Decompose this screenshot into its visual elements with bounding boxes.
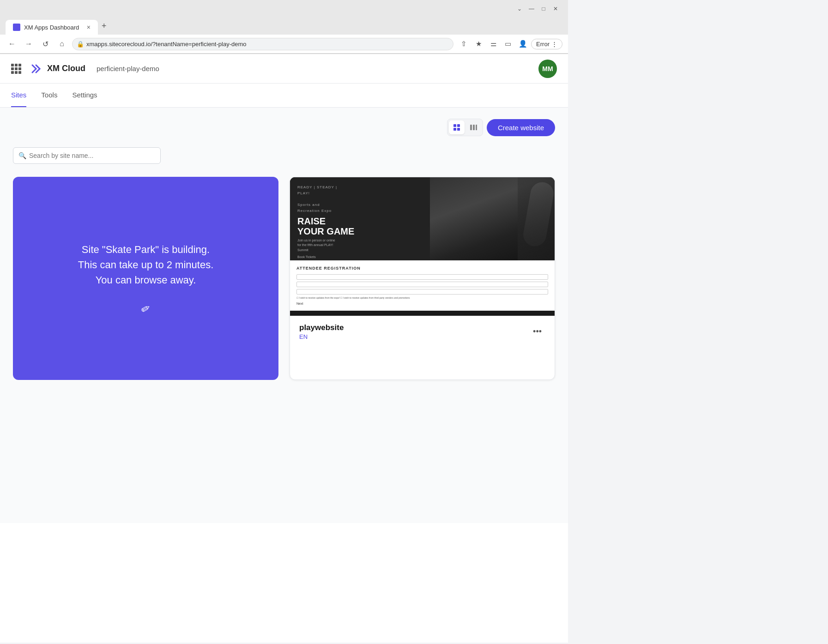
tab-title: XM Apps Dashboard [24, 24, 79, 31]
svg-rect-7 [476, 125, 477, 130]
view-toggle [447, 119, 483, 136]
svg-rect-5 [470, 125, 472, 130]
play-firstname-field [296, 274, 548, 280]
brand-name-label: XM Cloud [47, 64, 85, 73]
tab-close-button[interactable]: × [87, 24, 91, 31]
play-checkbox-row: ☐ I wish to receive updates from the exp… [296, 296, 548, 299]
app-topnav: XM Cloud perficient-play-demo MM [0, 54, 568, 84]
language-en: EN [299, 333, 308, 340]
address-bar-row: ← → ↺ ⌂ 🔒 ⇧ ★ ⚌ ▭ 👤 Error ⋮ [0, 35, 568, 54]
svg-rect-3 [453, 128, 456, 131]
browser-chrome: ⌄ — □ ✕ XM Apps Dashboard × + ← → ↺ ⌂ 🔒 … [0, 0, 568, 54]
play-hero-section: READY | STEADY |PLAY!Sports andRecreatio… [290, 177, 555, 260]
site-preview-playwebsite: READY | STEADY |PLAY!Sports andRecreatio… [290, 177, 555, 316]
apps-grid-icon[interactable] [11, 64, 21, 74]
grid-view-icon [453, 124, 460, 131]
active-tab[interactable]: XM Apps Dashboard × [6, 20, 98, 35]
window-controls: ⌄ — □ ✕ [514, 4, 561, 14]
svg-rect-2 [457, 124, 460, 127]
hero-overlay [518, 177, 555, 260]
chevron-down-control[interactable]: ⌄ [514, 4, 525, 14]
browser-titlebar: ⌄ — □ ✕ [0, 0, 568, 18]
user-avatar[interactable]: MM [538, 60, 557, 78]
account-icon[interactable]: 👤 [516, 37, 529, 50]
error-label: Error [536, 41, 550, 48]
play-lastname-field [296, 282, 548, 287]
tab-sites[interactable]: Sites [11, 84, 26, 107]
tab-bar: XM Apps Dashboard × + [0, 18, 568, 35]
svg-rect-6 [473, 125, 475, 130]
app-tabs: Sites Tools Settings [0, 84, 568, 108]
site-card-skate-park: Site "Skate Park" is building. This can … [13, 177, 278, 380]
search-row: 🔍 [13, 147, 555, 164]
browser-toolbar-icons: ⇧ ★ ⚌ ▭ 👤 Error ⋮ [457, 37, 562, 50]
play-hero-tagline: RAISEYOUR GAME [297, 216, 423, 236]
tab-favicon [13, 24, 20, 31]
building-status-text: Site "Skate Park" is building. This can … [78, 242, 214, 288]
extensions-icon[interactable]: ⚌ [487, 37, 500, 50]
site-card-footer-playwebsite: playwebsite EN ••• [290, 316, 555, 348]
new-tab-button[interactable]: + [98, 18, 110, 35]
bookmark-icon[interactable]: ★ [472, 37, 485, 50]
cards-grid: Site "Skate Park" is building. This can … [13, 177, 555, 380]
tab-settings[interactable]: Settings [72, 84, 97, 107]
home-button[interactable]: ⌂ [55, 37, 68, 50]
grid-dot [18, 67, 21, 70]
refresh-button[interactable]: ↺ [39, 37, 52, 50]
create-website-button[interactable]: Create website [487, 119, 555, 136]
error-menu-icon: ⋮ [551, 41, 557, 48]
search-input[interactable] [13, 147, 161, 164]
play-registration-section: Attendee Registration ☐ I wish to receiv… [290, 260, 555, 311]
grid-view-button[interactable] [449, 120, 465, 134]
play-website-preview: READY | STEADY |PLAY!Sports andRecreatio… [290, 177, 555, 316]
xm-cloud-logo [29, 61, 43, 76]
site-info-playwebsite: playwebsite EN [299, 323, 529, 340]
search-wrap: 🔍 [13, 147, 161, 164]
app-container: XM Cloud perficient-play-demo MM Sites T… [0, 54, 568, 643]
minimize-button[interactable]: — [526, 4, 537, 14]
play-hero-desc: Join us in person or onlinefor the fifth… [297, 238, 423, 253]
svg-rect-1 [453, 124, 456, 127]
error-button[interactable]: Error ⋮ [531, 39, 562, 49]
maximize-button[interactable]: □ [538, 4, 549, 14]
search-icon: 🔍 [18, 152, 26, 159]
pencil-icon: ✏ [139, 301, 153, 316]
grid-dot [15, 67, 18, 70]
play-hero-book-btn: Book Tickets [297, 255, 423, 259]
svg-rect-4 [457, 128, 460, 131]
split-view-icon[interactable]: ▭ [502, 37, 514, 50]
play-hero-text-area: READY | STEADY |PLAY!Sports andRecreatio… [290, 177, 430, 260]
play-email-field [296, 289, 548, 295]
grid-dot [15, 64, 18, 66]
main-content: Create website 🔍 Site "Skate Park" is bu… [0, 108, 568, 523]
play-reg-title: Attendee Registration [296, 266, 548, 271]
brand: XM Cloud [29, 61, 85, 76]
tenant-name-label: perficient-play-demo [97, 65, 159, 72]
grid-dot [18, 71, 21, 74]
grid-dot [11, 67, 14, 70]
address-wrap: 🔒 [72, 38, 453, 50]
grid-dot [15, 71, 18, 74]
toolbar-row: Create website [13, 119, 555, 136]
grid-dot [18, 64, 21, 66]
address-input[interactable] [72, 38, 453, 50]
list-view-icon [470, 124, 477, 131]
grid-dot [11, 71, 14, 74]
lock-icon: 🔒 [77, 41, 84, 48]
site-language-label: EN [299, 333, 529, 340]
tab-tools[interactable]: Tools [41, 84, 57, 107]
close-button[interactable]: ✕ [550, 4, 561, 14]
list-view-button[interactable] [465, 120, 481, 134]
site-name-label: playwebsite [299, 323, 529, 332]
play-hero-subtitle: READY | STEADY |PLAY!Sports andRecreatio… [297, 185, 423, 214]
share-icon[interactable]: ⇧ [457, 37, 470, 50]
site-more-options-button[interactable]: ••• [529, 325, 545, 338]
forward-button[interactable]: → [22, 37, 35, 50]
back-button[interactable]: ← [6, 37, 18, 50]
site-card-playwebsite: READY | STEADY |PLAY!Sports andRecreatio… [290, 177, 555, 380]
play-next-button: Next [296, 302, 548, 305]
grid-dot [11, 64, 14, 66]
